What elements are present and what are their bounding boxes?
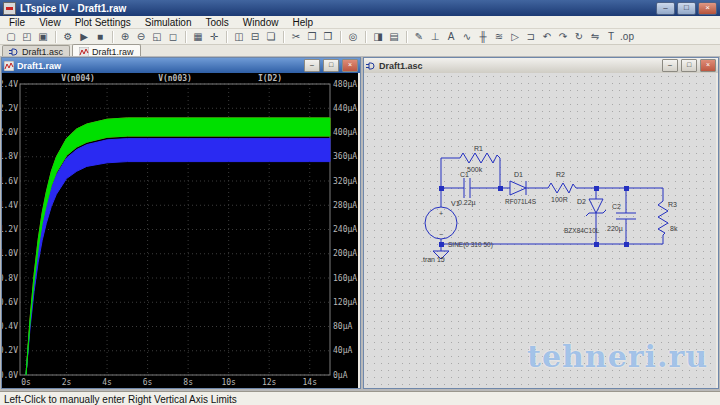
app-icon [3, 2, 16, 15]
waveform-window-titlebar[interactable]: Draft1.raw – □ × [2, 58, 360, 73]
trace-label-I(D2)[interactable]: I(D2) [258, 74, 282, 83]
ref-c1[interactable]: C1 [460, 171, 469, 178]
menu-window[interactable]: Window [236, 17, 286, 28]
print-button[interactable]: ▤ [386, 30, 402, 44]
trace-V(n003) [26, 139, 330, 375]
x-axis-tick-label: 2s [62, 378, 72, 387]
left-axis-tick-label: 1.4V [2, 201, 18, 210]
schematic-window: Draft1.asc – □ × [363, 57, 719, 389]
redo-button[interactable]: ↷ [555, 30, 571, 44]
trace-label-V(n004)[interactable]: V(n004) [61, 74, 95, 83]
spice-directive-button[interactable]: .op [619, 30, 635, 44]
diode-button[interactable]: ▷ [507, 30, 523, 44]
resistor-r1[interactable] [460, 153, 500, 163]
ref-c2[interactable]: C2 [612, 203, 621, 210]
control-panel-button[interactable]: ⚙ [60, 30, 76, 44]
save-button[interactable]: ▣ [35, 30, 51, 44]
resistor-r3[interactable] [658, 201, 668, 235]
right-axis-tick-label: 280µA [333, 201, 357, 210]
value-r3[interactable]: 8k [670, 225, 678, 232]
capacitor-c1[interactable] [464, 178, 470, 198]
schematic-canvas[interactable]: + − R1 500k [364, 73, 716, 388]
left-axis-tick-label: 0.2V [2, 346, 18, 355]
cascade-button[interactable]: ❏ [263, 30, 279, 44]
value-r1[interactable]: 500k [467, 166, 483, 173]
trace-label-V(n003)[interactable]: V(n003) [158, 74, 192, 83]
menu-file[interactable]: File [2, 17, 32, 28]
resistor-r2[interactable] [548, 183, 576, 193]
ref-r3[interactable]: R3 [668, 201, 677, 208]
child-restore-button[interactable]: □ [323, 59, 339, 72]
wire-button[interactable]: ✎ [411, 30, 427, 44]
tab-label: Draft1.raw [92, 47, 134, 57]
right-axis-tick-label: 440µA [333, 104, 357, 113]
value-d1[interactable]: RF071L4S [505, 198, 537, 205]
value-c1[interactable]: 0.22µ [458, 199, 476, 207]
right-axis-tick-label: 80µA [333, 322, 352, 331]
ref-v1[interactable]: V1 [451, 200, 460, 207]
ref-d1[interactable]: D1 [514, 171, 523, 178]
print-preview-button[interactable]: ◨ [370, 30, 386, 44]
zoom-full-extents-button[interactable]: ◻ [165, 30, 181, 44]
component-button[interactable]: ⊐ [523, 30, 539, 44]
capacitor-c2[interactable] [616, 213, 636, 219]
copy-button[interactable]: ❐ [304, 30, 320, 44]
close-button[interactable]: × [698, 2, 717, 15]
voltage-source-v1[interactable]: + − [425, 207, 457, 239]
schematic-window-titlebar[interactable]: Draft1.asc – □ × [364, 58, 718, 73]
menu-tools[interactable]: Tools [198, 17, 235, 28]
svg-text:+: + [439, 210, 443, 217]
net-label-button[interactable]: A [443, 30, 459, 44]
cut-button[interactable]: ✂ [288, 30, 304, 44]
maximize-button[interactable]: □ [677, 2, 696, 15]
inductor-button[interactable]: ≋ [491, 30, 507, 44]
right-axis-tick-label: 320µA [333, 177, 357, 186]
right-axis-tick-label: 120µA [333, 298, 357, 307]
undo-button[interactable]: ↶ [539, 30, 555, 44]
value-v1[interactable]: SINE(0 310 50) [448, 241, 493, 249]
zener-diode-d2[interactable] [586, 199, 606, 216]
open-button[interactable]: ◰ [19, 30, 35, 44]
child-close-button[interactable]: × [342, 59, 358, 72]
left-axis-tick-label: 1.0V [2, 249, 18, 258]
resistor-button[interactable]: ∿ [459, 30, 475, 44]
value-r2[interactable]: 100R [551, 196, 568, 203]
right-axis-tick-label: 0µA [333, 371, 348, 380]
grid-button[interactable]: ▦ [190, 30, 206, 44]
ref-d2[interactable]: D2 [577, 198, 586, 205]
diode-d1[interactable] [510, 181, 526, 195]
x-axis-tick-label: 12s [262, 378, 277, 387]
menu-simulation[interactable]: Simulation [138, 17, 199, 28]
tile-vertical-button[interactable]: ◫ [231, 30, 247, 44]
rotate-button[interactable]: ↻ [571, 30, 587, 44]
menu-help[interactable]: Help [285, 17, 320, 28]
value-d2[interactable]: BZX84C10L [564, 227, 600, 234]
ref-r2[interactable]: R2 [556, 171, 565, 178]
waveform-pane[interactable]: 2.4V2.2V2.0V1.8V1.6V1.4V1.2V1.0V0.8V0.6V… [2, 73, 358, 388]
menu-bar: FileViewPlot SettingsSimulationToolsWind… [0, 16, 720, 29]
text-button[interactable]: T [603, 30, 619, 44]
child-restore-button[interactable]: □ [681, 59, 697, 72]
child-close-button[interactable]: × [700, 59, 716, 72]
run-button[interactable]: ▶ [76, 30, 92, 44]
ref-r1[interactable]: R1 [474, 145, 483, 152]
spice-directive[interactable]: .tran 15 [421, 256, 445, 263]
value-c2[interactable]: 220µ [607, 225, 623, 233]
menu-plot-settings[interactable]: Plot Settings [68, 17, 138, 28]
tile-horizontal-button[interactable]: ⊟ [247, 30, 263, 44]
ground-button[interactable]: ⊥ [427, 30, 443, 44]
child-minimize-button[interactable]: – [662, 59, 678, 72]
minimize-button[interactable]: – [656, 2, 675, 15]
new-schematic-button[interactable]: ▢ [3, 30, 19, 44]
cursor-button[interactable]: ✛ [206, 30, 222, 44]
zoom-in-button[interactable]: ⊕ [117, 30, 133, 44]
child-minimize-button[interactable]: – [304, 59, 320, 72]
menu-view[interactable]: View [32, 17, 68, 28]
zoom-area-button[interactable]: ◱ [149, 30, 165, 44]
find-button[interactable]: ◎ [345, 30, 361, 44]
zoom-out-button[interactable]: ⊖ [133, 30, 149, 44]
paste-button[interactable]: ❒ [320, 30, 336, 44]
mirror-button[interactable]: ⇋ [587, 30, 603, 44]
capacitor-button[interactable]: ╫ [475, 30, 491, 44]
halt-button[interactable]: ■ [92, 30, 108, 44]
